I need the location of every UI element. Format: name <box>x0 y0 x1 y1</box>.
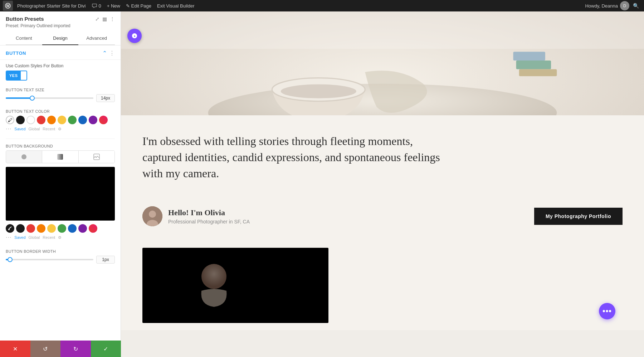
toggle-wrap: YES <box>6 71 115 81</box>
bg-global-label[interactable]: Global <box>29 235 40 240</box>
bg-swatch-blue[interactable] <box>68 224 77 233</box>
color-swatch-blue[interactable] <box>78 116 87 124</box>
button-background-field: Button Background <box>0 140 121 246</box>
panel-content: Button ⌃ ⋮ Use Custom Styles For Button … <box>0 45 121 357</box>
wp-logo-icon[interactable]: W <box>3 1 13 11</box>
bg-tab-image[interactable] <box>79 151 114 163</box>
color-swatch-gradient[interactable] <box>99 116 108 124</box>
bg-swatch-yellow[interactable] <box>47 224 56 233</box>
button-text-size-label: Button Text Size <box>6 88 115 92</box>
comments-bubble[interactable]: 0 <box>90 3 103 9</box>
fab-dots-button[interactable]: ••• <box>599 303 615 319</box>
bg-tab-color[interactable] <box>6 151 42 163</box>
svg-point-2 <box>21 154 26 159</box>
gallery-section: ••• <box>121 244 644 330</box>
quote-section: I'm obsessed with telling stories throug… <box>121 115 644 199</box>
hero-image-section <box>121 11 644 115</box>
portfolio-button[interactable]: My Photography Portfolio <box>534 208 623 225</box>
bg-swatch-red[interactable] <box>26 224 35 233</box>
bg-settings-icon[interactable]: ⚙ <box>58 235 62 240</box>
svg-rect-22 <box>142 248 328 323</box>
more-dots-icon[interactable]: ··· <box>6 126 11 132</box>
main-canvas: I'm obsessed with telling stories throug… <box>121 11 644 357</box>
bg-swatch-black[interactable] <box>16 224 25 233</box>
panel-tabs: Content Design Advanced <box>6 32 115 45</box>
color-swatch-yellow[interactable] <box>58 116 66 124</box>
svg-rect-15 <box>513 52 545 61</box>
button-text-color-label: Button Text Color <box>6 109 115 114</box>
site-name[interactable]: Photographer Starter Site for Divi <box>14 3 88 9</box>
bg-recent-label[interactable]: Recent <box>43 235 55 240</box>
divi-float-button[interactable] <box>127 29 142 43</box>
bg-saved-label[interactable]: Saved <box>14 235 25 240</box>
button-text-color-field: Button Text Color 🖊 ··· Saved Global Rec… <box>0 106 121 137</box>
button-text-size-thumb[interactable] <box>30 96 35 101</box>
color-swatch-white[interactable] <box>26 116 35 124</box>
recent-label[interactable]: Recent <box>43 127 55 131</box>
svg-rect-14 <box>516 61 551 69</box>
section-collapse-icon[interactable]: ⌃ <box>102 50 107 57</box>
comments-count: 0 <box>98 3 101 9</box>
use-custom-styles-label: Use Custom Styles For Button <box>6 63 115 68</box>
bg-tab-gradient[interactable] <box>42 151 78 163</box>
tab-content[interactable]: Content <box>6 32 42 45</box>
color-swatch-orange[interactable] <box>47 116 56 124</box>
panel-title: Button Presets <box>6 16 44 22</box>
bg-color-preview[interactable] <box>6 167 115 221</box>
color-swatch-green[interactable] <box>68 116 77 124</box>
tab-advanced[interactable]: Advanced <box>78 32 115 45</box>
tab-design[interactable]: Design <box>42 32 79 45</box>
panel-icon-more[interactable]: ⋮ <box>110 16 115 22</box>
button-text-size-value[interactable]: 14px <box>96 94 115 102</box>
bg-swatch-purple[interactable] <box>78 224 87 233</box>
section-button-header: Button ⌃ ⋮ <box>0 45 121 60</box>
bg-swatch-gradient[interactable] <box>89 224 97 233</box>
author-name: Hello! I'm Olivia <box>168 208 250 217</box>
svg-rect-16 <box>519 69 557 76</box>
exit-visual-builder-button[interactable]: Exit Visual Builder <box>155 3 197 9</box>
button-text-size-track[interactable] <box>6 97 93 99</box>
redo-button[interactable]: ↻ <box>60 341 91 357</box>
svg-point-19 <box>149 211 156 218</box>
eyedropper-swatch[interactable]: 🖊 <box>6 116 14 124</box>
toggle-no-label <box>21 71 26 80</box>
section-title: Button <box>6 50 26 56</box>
color-swatch-black[interactable] <box>16 116 25 124</box>
button-text-color-swatches: 🖊 <box>6 116 115 124</box>
svg-point-11 <box>281 84 356 98</box>
svg-rect-3 <box>57 154 63 160</box>
border-width-value[interactable]: 1px <box>96 256 115 264</box>
border-width-thumb[interactable] <box>8 257 13 262</box>
edit-page-button[interactable]: ✎ Edit Page <box>124 3 153 9</box>
new-button[interactable]: + New <box>105 3 122 9</box>
panel-icon-layout[interactable]: ▦ <box>102 16 107 22</box>
author-avatar <box>142 206 162 226</box>
panel-icon-expand[interactable]: ⤢ <box>95 16 99 22</box>
undo-button[interactable]: ↺ <box>30 341 61 357</box>
bg-type-tabs <box>6 150 115 163</box>
border-width-slider-row: 1px <box>6 256 115 264</box>
author-info: Hello! I'm Olivia Professional Photograp… <box>142 206 250 226</box>
settings-icon[interactable]: ⚙ <box>58 127 62 131</box>
quote-text: I'm obsessed with telling stories throug… <box>142 133 450 181</box>
cancel-button[interactable]: ✕ <box>0 341 30 357</box>
eyedropper-swatch2[interactable] <box>6 224 14 233</box>
global-label[interactable]: Global <box>29 127 40 131</box>
bg-swatch-green[interactable] <box>58 224 66 233</box>
color-swatch-purple[interactable] <box>89 116 97 124</box>
user-avatar[interactable]: D <box>620 1 629 10</box>
svg-point-23 <box>201 264 226 289</box>
svg-rect-17 <box>121 11 644 49</box>
bg-swatch-orange[interactable] <box>37 224 45 233</box>
save-button[interactable]: ✓ <box>91 341 121 357</box>
admin-bar: W Photographer Starter Site for Divi 0 +… <box>0 0 644 11</box>
section-more-icon[interactable]: ⋮ <box>109 50 115 57</box>
bg-color-swatches <box>6 224 115 233</box>
panel-header-icons: ⤢ ▦ ⋮ <box>95 16 115 22</box>
border-width-track[interactable] <box>6 259 93 260</box>
saved-label[interactable]: Saved <box>14 127 25 131</box>
custom-styles-toggle[interactable]: YES <box>6 71 27 81</box>
bg-more-dots-icon[interactable]: ··· <box>6 234 11 241</box>
color-swatch-red[interactable] <box>37 116 45 124</box>
search-icon[interactable]: 🔍 <box>631 3 641 9</box>
